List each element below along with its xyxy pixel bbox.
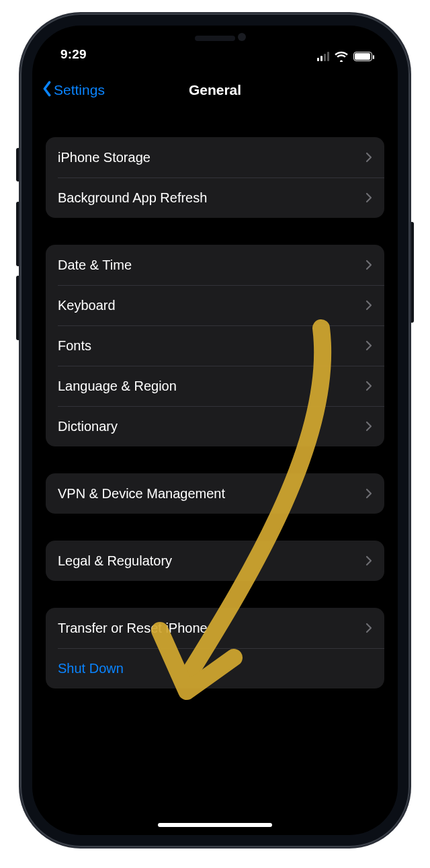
chevron-right-icon xyxy=(366,555,372,566)
row-fonts[interactable]: Fonts xyxy=(46,325,384,366)
row-label: Fonts xyxy=(58,338,91,354)
chevron-left-icon xyxy=(42,81,52,100)
back-button[interactable]: Settings xyxy=(42,81,105,100)
row-label: VPN & Device Management xyxy=(58,486,225,502)
row-label: Background App Refresh xyxy=(58,190,207,206)
row-label: Language & Region xyxy=(58,379,177,394)
row-date-time[interactable]: Date & Time xyxy=(46,245,384,285)
phone-frame: 9:29 Settings General xyxy=(20,13,410,847)
settings-group: VPN & Device Management xyxy=(46,473,384,514)
settings-group: Date & TimeKeyboardFontsLanguage & Regio… xyxy=(46,245,384,446)
settings-group: Legal & Regulatory xyxy=(46,541,384,581)
page-title: General xyxy=(189,82,241,98)
row-transfer-or-reset-iphone[interactable]: Transfer or Reset iPhone xyxy=(46,608,384,648)
settings-group: Transfer or Reset iPhoneShut Down xyxy=(46,608,384,688)
chevron-right-icon xyxy=(366,421,372,432)
chevron-right-icon xyxy=(366,300,372,311)
row-language-region[interactable]: Language & Region xyxy=(46,366,384,406)
chevron-right-icon xyxy=(366,260,372,270)
chevron-right-icon xyxy=(366,192,372,203)
row-label: Legal & Regulatory xyxy=(58,553,172,569)
power-button[interactable] xyxy=(410,222,414,323)
row-vpn-device-management[interactable]: VPN & Device Management xyxy=(46,473,384,514)
row-dictionary[interactable]: Dictionary xyxy=(46,406,384,446)
battery-icon xyxy=(353,52,372,61)
wifi-icon xyxy=(335,51,348,62)
chevron-right-icon xyxy=(366,623,372,633)
row-label: Shut Down xyxy=(58,661,124,676)
settings-group: iPhone StorageBackground App Refresh xyxy=(46,137,384,218)
row-label: Transfer or Reset iPhone xyxy=(58,621,208,636)
cellular-icon xyxy=(317,52,329,61)
row-background-app-refresh[interactable]: Background App Refresh xyxy=(46,177,384,218)
screen: 9:29 Settings General xyxy=(32,26,398,835)
row-shut-down[interactable]: Shut Down xyxy=(46,648,384,688)
chevron-right-icon xyxy=(366,152,372,163)
chevron-right-icon xyxy=(366,340,372,351)
row-label: iPhone Storage xyxy=(58,150,150,165)
settings-content[interactable]: iPhone StorageBackground App RefreshDate… xyxy=(32,110,398,688)
row-keyboard[interactable]: Keyboard xyxy=(46,285,384,325)
chevron-right-icon xyxy=(366,488,372,499)
row-iphone-storage[interactable]: iPhone Storage xyxy=(46,137,384,177)
nav-bar: Settings General xyxy=(32,70,398,110)
row-label: Keyboard xyxy=(58,298,116,313)
row-label: Date & Time xyxy=(58,258,132,273)
status-time: 9:29 xyxy=(56,47,87,62)
home-indicator[interactable] xyxy=(158,823,272,827)
row-legal-regulatory[interactable]: Legal & Regulatory xyxy=(46,541,384,581)
back-label: Settings xyxy=(54,82,105,98)
chevron-right-icon xyxy=(366,381,372,391)
row-label: Dictionary xyxy=(58,419,118,434)
notch xyxy=(148,26,282,50)
